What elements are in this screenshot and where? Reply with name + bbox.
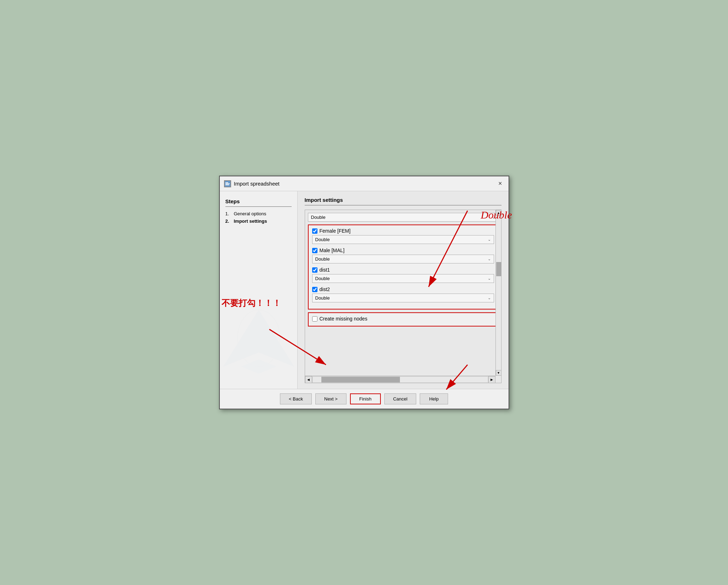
checkbox-dist2[interactable] [312,287,317,292]
title-bar-left: Import spreadsheet [224,180,280,187]
step-item-2: 2. Import settings [225,218,292,224]
scrollbar-y[interactable]: ▲ ▼ [495,210,501,376]
dropdown-dist2-value: Double [315,295,330,301]
dialog-footer: < Back Next > Finish Cancel Help [220,389,509,409]
field-row-dist2: dist2 Double ⌄ [312,286,494,302]
top-dropdown-value: Double [311,215,326,220]
back-button[interactable]: < Back [280,393,312,404]
dropdown-dist1-chevron: ⌄ [488,276,491,281]
step-label-2: Import settings [234,218,267,224]
scroll-right-button[interactable]: ▶ [488,376,495,383]
field-row-dist1: dist1 Double ⌄ [312,267,494,283]
fields-box: Female [FEM] Double ⌄ Male [MAL] [308,225,498,309]
close-button[interactable]: × [496,179,504,188]
steps-panel: Steps 1. General options 2. Import setti… [220,191,298,389]
dialog-body: Steps 1. General options 2. Import setti… [220,191,509,389]
dropdown-female[interactable]: Double ⌄ [312,235,494,244]
top-dropdown-chevron: ⌄ [492,215,495,220]
steps-title: Steps [225,198,292,207]
scroll-up-button[interactable]: ▲ [496,210,501,216]
dropdown-dist1-value: Double [315,276,330,281]
scrollbar-y-track[interactable] [496,216,501,370]
field-row-male: Male [MAL] Double ⌄ [312,248,494,263]
checkbox-female[interactable] [312,228,317,234]
step-item-1: 1. General options [225,211,292,216]
svg-rect-2 [225,182,228,183]
top-dropdown[interactable]: Double ⌄ [308,213,498,222]
dropdown-dist2[interactable]: Double ⌄ [312,294,494,302]
checkbox-row-female: Female [FEM] [312,228,494,234]
checkbox-row-male: Male [MAL] [312,248,494,253]
label-male: Male [MAL] [320,248,345,253]
dialog-title: Import spreadsheet [234,181,280,187]
scrollbar-y-thumb[interactable] [496,262,501,276]
top-dropdown-row: Double ⌄ [308,213,498,222]
label-female: Female [FEM] [320,228,351,234]
label-dist2: dist2 [320,286,330,292]
scroll-left-button[interactable]: ◀ [305,376,312,383]
import-panel: Import settings Double 不要打勾！！！ Double ⌄ [298,191,509,389]
missing-nodes-box: Create missing nodes [308,312,498,326]
field-row-female: Female [FEM] Double ⌄ [312,228,494,244]
svg-rect-3 [225,184,229,185]
scroll-content: Double ⌄ Female [FEM] [305,210,501,332]
step-label-1: General options [234,211,266,216]
next-button[interactable]: Next > [315,393,346,404]
checkbox-male[interactable] [312,248,317,253]
svg-rect-1 [225,183,230,184]
checkbox-dist1[interactable] [312,267,317,273]
dropdown-dist2-chevron: ⌄ [488,296,491,300]
scroll-area: Double ⌄ Female [FEM] [305,210,501,383]
title-bar: Import spreadsheet × [220,176,509,191]
finish-button[interactable]: Finish [350,393,381,404]
help-button[interactable]: Help [420,393,448,404]
dropdown-male-value: Double [315,256,330,262]
scrollbar-x[interactable]: ◀ ▶ [305,376,495,383]
dropdown-male[interactable]: Double ⌄ [312,255,494,263]
checkbox-missing-nodes[interactable] [312,316,317,322]
scrollbar-x-thumb[interactable] [321,377,400,382]
label-dist1: dist1 [320,267,330,273]
dropdown-male-chevron: ⌄ [488,257,491,261]
step-number-2: 2. [225,218,232,224]
dropdown-dist1[interactable]: Double ⌄ [312,274,494,283]
checkbox-row-dist2: dist2 [312,286,494,292]
watermark [220,303,298,375]
app-icon [224,180,231,187]
scroll-down-button[interactable]: ▼ [496,370,501,376]
dropdown-female-chevron: ⌄ [488,237,491,242]
dialog-window: Import spreadsheet × Steps 1. General op… [219,176,509,409]
checkbox-row-missing-nodes: Create missing nodes [312,316,494,322]
cancel-button[interactable]: Cancel [384,393,416,404]
label-missing-nodes: Create missing nodes [320,316,367,322]
checkbox-row-dist1: dist1 [312,267,494,273]
scrollbar-x-track[interactable] [313,377,488,382]
step-number-1: 1. [225,211,232,216]
dropdown-female-value: Double [315,237,330,242]
import-settings-title: Import settings [305,197,501,205]
